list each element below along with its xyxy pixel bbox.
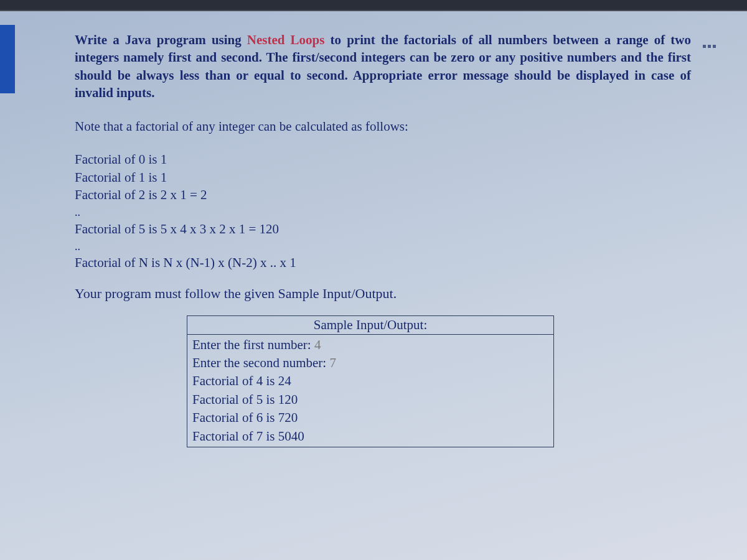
ellipsis: .. xyxy=(75,205,691,220)
sample-line: Enter the second number: 7 xyxy=(192,354,548,372)
more-options-button[interactable] xyxy=(700,39,718,54)
more-icon xyxy=(708,45,711,48)
note-text: Note that a factorial of any integer can… xyxy=(75,119,691,134)
para-text: integers can be zero or any positive num… xyxy=(357,50,667,65)
question-paragraph: Write a Java program using Nested Loops … xyxy=(75,31,691,101)
sample-prompt: Enter the second number: xyxy=(192,355,329,370)
window-frame-top xyxy=(0,0,747,11)
factorial-line: Factorial of 5 is 5 x 4 x 3 x 2 x 1 = 12… xyxy=(75,220,691,238)
sample-io-box: Sample Input/Output: Enter the first num… xyxy=(187,315,554,447)
ellipsis: .. xyxy=(75,239,691,254)
sample-body-cell: Enter the first number: 4 Enter the seco… xyxy=(187,334,554,447)
para-text: and xyxy=(192,50,222,65)
factorial-examples: Factorial of 0 is 1 Factorial of 1 is 1 … xyxy=(75,151,691,271)
factorial-line: Factorial of N is N x (N-1) x (N-2) x ..… xyxy=(75,254,691,271)
para-bold: first xyxy=(168,50,191,65)
more-icon xyxy=(713,45,716,48)
sample-line: Factorial of 7 is 5040 xyxy=(192,427,548,446)
sample-table: Sample Input/Output: Enter the first num… xyxy=(187,315,554,447)
question-content: Write a Java program using Nested Loops … xyxy=(75,31,691,447)
sample-line: Factorial of 6 is 720 xyxy=(192,409,548,427)
side-tab-marker xyxy=(0,25,15,93)
para-text: . The xyxy=(259,50,293,65)
sample-input-value: 4 xyxy=(314,337,321,352)
sample-line: Enter the first number: 4 xyxy=(192,336,548,354)
table-row: Enter the first number: 4 Enter the seco… xyxy=(187,334,554,447)
para-bold: second xyxy=(307,68,345,83)
sample-line: Factorial of 5 is 120 xyxy=(192,391,548,409)
para-bold: second xyxy=(221,50,259,65)
factorial-line: Factorial of 1 is 1 xyxy=(75,169,691,186)
para-highlight-red: Nested Loops xyxy=(247,32,325,47)
factorial-line: Factorial of 0 is 1 xyxy=(75,151,691,168)
sample-header-cell: Sample Input/Output: xyxy=(187,315,554,334)
sample-line: Factorial of 4 is 24 xyxy=(192,372,548,390)
more-icon xyxy=(703,45,706,48)
para-bold: first/second xyxy=(292,50,357,65)
factorial-line: Factorial of 2 is 2 x 1 = 2 xyxy=(75,186,691,203)
sample-input-value: 7 xyxy=(329,355,336,370)
para-text: should be always less than or equal to xyxy=(75,68,307,83)
table-row: Sample Input/Output: xyxy=(187,315,554,334)
sample-prompt: Enter the first number: xyxy=(192,337,314,352)
instruction-text: Your program must follow the given Sampl… xyxy=(75,286,691,302)
para-text: Write a Java program using xyxy=(75,32,247,47)
para-bold: first xyxy=(668,50,691,65)
